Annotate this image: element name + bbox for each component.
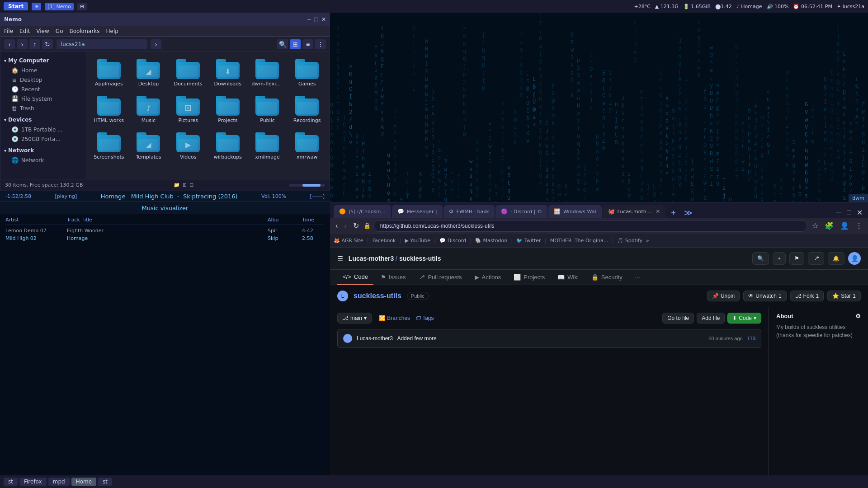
file-item-pictures[interactable]: 🖼 Pictures — [170, 93, 206, 126]
fm-status-icon3[interactable]: ⊟ — [189, 182, 193, 188]
sidebar-item-desktop[interactable]: 🖥 Desktop — [0, 75, 86, 84]
tab-ewmh[interactable]: ⚙ EWMH · bakk — [443, 205, 495, 218]
gh-nav-pr[interactable]: ⎇ Pull requests — [413, 270, 467, 285]
tab-windows[interactable]: 🪟 Windows Wal — [548, 205, 602, 218]
browser-close[interactable]: ✕ — [855, 207, 864, 218]
browser-maximize[interactable]: □ — [845, 208, 853, 218]
fm-forward-button[interactable]: › — [17, 39, 28, 49]
bm-facebook[interactable]: Facebook — [373, 238, 396, 244]
gh-branch-select[interactable]: ⎇ main ▾ — [337, 313, 372, 324]
gh-nav-more[interactable]: ··· — [630, 270, 646, 285]
browser-minimize[interactable]: ─ — [835, 208, 843, 218]
fm-up-button[interactable]: ↑ — [29, 39, 40, 49]
fm-maximize[interactable]: □ — [314, 16, 319, 23]
sidebar-item-1tb[interactable]: 💿 1TB Portable ... — [0, 125, 86, 134]
new-tab-button[interactable]: + — [668, 208, 679, 218]
sidebar-item-recent[interactable]: 🕐 Recent — [0, 84, 86, 94]
sidebar-item-250gb[interactable]: 💿 250GB Porta... — [0, 134, 86, 144]
sidebar-my-computer[interactable]: ▾ My Computer — [0, 56, 86, 66]
fm-search-button[interactable]: 🔍 — [277, 39, 288, 49]
gh-code-btn[interactable]: ⬇ Code ▾ — [727, 313, 761, 324]
gh-repo[interactable]: suckless-utils — [399, 255, 441, 262]
gh-unwatch-btn[interactable]: 👁 Unwatch 1 — [743, 291, 786, 301]
tab-github[interactable]: 🐙 Lucas-moth... ✕ — [603, 205, 666, 218]
bm-mother[interactable]: MOTHER -The Origina... — [550, 238, 609, 244]
file-item-appimages[interactable]: AppImages — [91, 56, 127, 89]
file-item-desktop[interactable]: ◢ Desktop — [131, 56, 167, 89]
gh-owner[interactable]: Lucas-mother3 — [349, 255, 394, 262]
fm-menu-help[interactable]: Help — [106, 28, 118, 34]
file-item-documents[interactable]: Documents — [170, 56, 206, 89]
gh-commit-hash[interactable]: 173 — [747, 336, 755, 341]
fm-menu-view[interactable]: View — [36, 28, 49, 34]
topbar-grid[interactable]: ⊞ — [32, 3, 41, 10]
tab-messenger[interactable]: 💬 Messenger | — [392, 205, 443, 218]
tab-list-button[interactable]: ≫ — [681, 208, 695, 218]
gh-commit-author[interactable]: Lucas-mother3 — [357, 335, 393, 342]
tab-reddit[interactable]: 🟠 (5) r/Choosin... — [334, 205, 391, 218]
gh-fork-btn[interactable]: ⎇ Fork 1 — [790, 291, 824, 301]
gh-nav-actions[interactable]: ▶ Actions — [469, 270, 507, 285]
browser-forward[interactable]: › — [342, 221, 348, 231]
sidebar-item-network[interactable]: 🌐 Network — [0, 155, 86, 165]
sidebar-item-filesystem[interactable]: 💾 File System — [0, 94, 86, 103]
bottombar-home[interactable]: Home — [71, 478, 96, 486]
sidebar-network[interactable]: ▾ Network — [0, 145, 86, 155]
bottombar-firefox[interactable]: Firefox — [19, 478, 47, 486]
bm-youtube[interactable]: ▶ YouTube — [405, 238, 430, 244]
bottombar-st1[interactable]: st — [4, 478, 18, 486]
file-item-videos[interactable]: ▶ Videos — [170, 130, 206, 163]
gh-add-file[interactable]: Add file — [697, 313, 725, 324]
gh-search-btn[interactable]: 🔍 — [752, 252, 769, 265]
browser-profile[interactable]: 👤 — [838, 221, 851, 231]
mp-track-row-1[interactable]: Lemon Demo 07 Eighth Wonder Spir 4:42 — [5, 227, 325, 235]
gh-tags-link[interactable]: 🏷 Tags — [415, 315, 434, 321]
sidebar-devices[interactable]: ▾ Devices — [0, 115, 86, 125]
file-item-recordings[interactable]: Recordings — [289, 93, 325, 126]
gh-nav-projects[interactable]: ⬜ Projects — [508, 270, 550, 285]
file-item-screenshots[interactable]: Screenshots — [91, 130, 127, 163]
bm-spotify[interactable]: 🎵 Spotify — [617, 238, 642, 244]
tab-discord[interactable]: 🟣 · Discord | © — [495, 205, 547, 218]
browser-extensions[interactable]: 🧩 — [823, 221, 835, 231]
gh-notif-btn[interactable]: 🔔 — [828, 252, 844, 265]
fm-back-button[interactable]: ‹ — [4, 39, 15, 49]
gh-issues-btn[interactable]: ⚑ — [789, 252, 804, 265]
bm-mastodon[interactable]: 🐘 Mastodon — [475, 238, 507, 244]
gh-branches-link[interactable]: 🔀 Branches — [379, 315, 410, 321]
file-item-xmiimage[interactable]: xmiimage — [250, 130, 286, 163]
fm-grid-view[interactable]: ⊞ — [290, 39, 301, 49]
browser-refresh[interactable]: ↻ — [351, 221, 361, 231]
bm-agr[interactable]: 🦊 AGR Site — [334, 238, 363, 244]
browser-menu[interactable]: ⋮ — [854, 221, 864, 231]
bm-discord[interactable]: 💬 Discord — [439, 238, 466, 244]
fm-status-icon2[interactable]: ⊞ — [183, 182, 187, 188]
gh-nav-wiki[interactable]: 📖 Wiki — [552, 270, 584, 285]
gh-pr-btn[interactable]: ⎇ — [808, 252, 824, 265]
file-item-html-works[interactable]: HTML works — [91, 93, 127, 126]
gh-plus-btn[interactable]: + — [773, 252, 786, 265]
gh-nav-code[interactable]: </> Code — [337, 270, 373, 285]
gh-about-settings-icon[interactable]: ⚙ — [855, 313, 861, 319]
file-item-music[interactable]: ♪ Music — [131, 93, 167, 126]
bottombar-st2[interactable]: st — [98, 478, 112, 486]
fm-close[interactable]: ✕ — [321, 16, 326, 23]
mp-track-row-2[interactable]: Mild High 02 Homage Skip 2:58 — [5, 235, 325, 242]
gh-repo-name[interactable]: suckless-utils — [354, 292, 401, 300]
topbar-nemo[interactable]: [1] Nemo — [45, 3, 74, 10]
gh-star-btn[interactable]: ⭐ Star 1 — [827, 291, 861, 301]
file-item-downloads[interactable]: ⬇ Downloads — [210, 56, 246, 89]
file-item-wirbackups[interactable]: wirbackups — [210, 130, 246, 163]
browser-url-bar[interactable] — [373, 220, 807, 232]
fm-menu-bookmarks[interactable]: Bookmarks — [69, 28, 99, 34]
file-item-dwm-flexipatch[interactable]: dwm-flexipatch — [250, 56, 286, 89]
browser-back[interactable]: ‹ — [334, 221, 340, 231]
fm-more-button[interactable]: ⋮ — [315, 39, 326, 49]
file-item-games[interactable]: Games — [289, 56, 325, 89]
start-button[interactable]: Start — [4, 2, 28, 10]
fm-menu-go[interactable]: Go — [56, 28, 63, 34]
file-item-xmrwaw[interactable]: xmrwaw — [289, 130, 325, 163]
fm-status-icon1[interactable]: 📁 — [174, 182, 180, 188]
fm-list-view[interactable]: ≡ — [302, 39, 313, 49]
fm-minimize[interactable]: ─ — [307, 16, 311, 23]
